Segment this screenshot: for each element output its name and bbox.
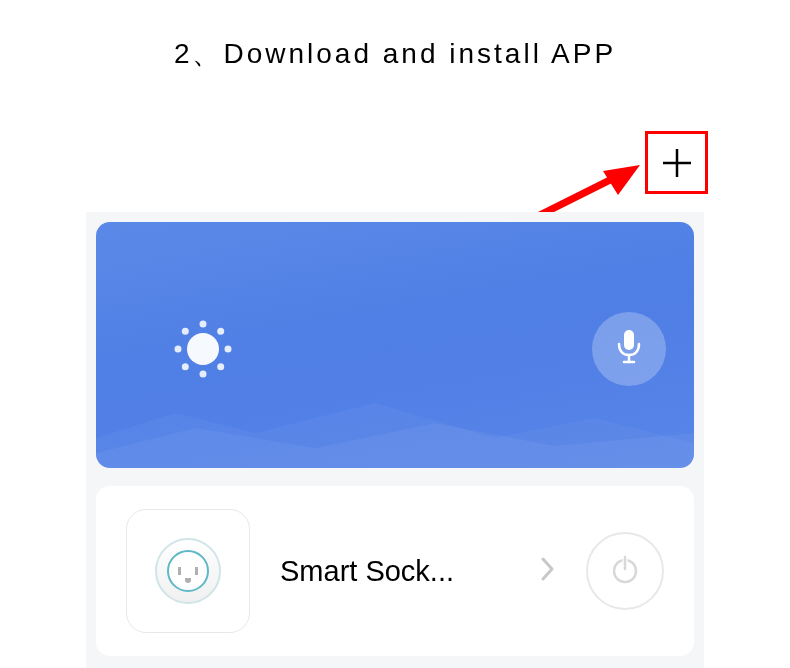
svg-point-12 [217,363,224,370]
power-toggle-button[interactable] [586,532,664,610]
microphone-icon [614,328,644,370]
svg-point-10 [217,328,224,335]
svg-point-4 [187,333,219,365]
socket-icon [155,538,221,604]
device-name-label: Smart Sock... [250,555,528,588]
weather-panel [96,222,694,468]
svg-point-11 [182,363,189,370]
mountain-background [96,388,694,468]
svg-point-5 [200,321,207,328]
plus-icon [659,145,695,181]
instruction-heading: 2、Download and install APP [0,0,790,73]
svg-rect-13 [624,330,634,350]
svg-point-8 [225,346,232,353]
svg-point-7 [175,346,182,353]
voice-button[interactable] [592,312,666,386]
chevron-right-icon [540,556,556,586]
svg-point-9 [182,328,189,335]
svg-point-6 [200,371,207,378]
device-icon-container [126,509,250,633]
device-card[interactable]: Smart Sock... [96,486,694,656]
sun-icon [168,314,238,384]
power-icon [608,552,642,590]
app-screenshot: Smart Sock... [86,212,704,668]
